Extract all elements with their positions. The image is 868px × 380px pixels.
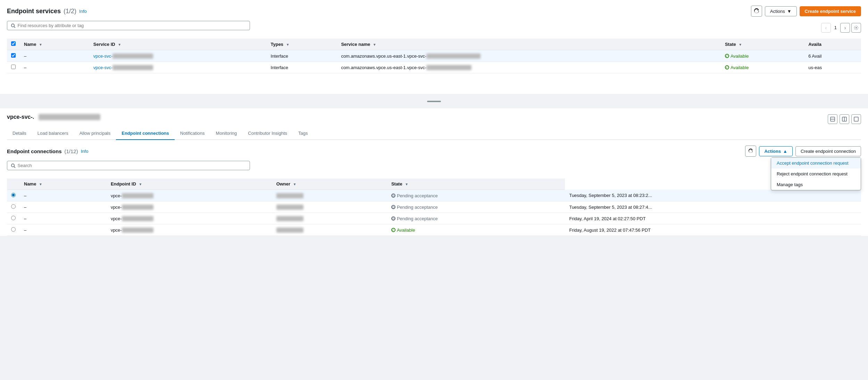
svg-rect-7: [854, 117, 858, 121]
tab-load-balancers[interactable]: Load balancers: [32, 127, 74, 140]
conn-row-state: ✓ Available: [387, 224, 565, 236]
actions-chevron-up-icon: ▲: [783, 149, 787, 154]
top-header-right: Actions ▼ Create endpoint service: [751, 6, 861, 17]
conn-name-sort-icon[interactable]: ▼: [39, 182, 42, 186]
row-avail: 6 Avail: [804, 50, 861, 62]
accept-connection-item[interactable]: Accept endpoint connection request: [771, 158, 861, 168]
row-checkbox-cell[interactable]: [7, 62, 20, 73]
status-pending: ⊙ Pending acceptance: [391, 193, 561, 198]
col-avail: Availa: [804, 39, 861, 50]
connections-title: Endpoint connections: [7, 148, 62, 154]
service-name-redacted: xxxxxxxxxxxxxxxxxxxx: [426, 65, 471, 70]
tab-details[interactable]: Details: [7, 127, 32, 140]
top-header: Endpoint services (1/2) Info Actions ▼ C…: [7, 6, 861, 17]
state-sort-icon[interactable]: ▼: [738, 43, 742, 47]
prev-page-button[interactable]: ‹: [821, 23, 831, 33]
endpoint-services-table: Name ▼ Service ID ▼ Types ▼ Service name…: [7, 39, 861, 73]
connections-search-input[interactable]: [18, 163, 246, 168]
conn-row-radio-cell[interactable]: [7, 190, 20, 201]
connections-table-row: – vpce-xxxxxxxxxxxxxx xxxxxxxxxxxx ⊙ Pen…: [7, 201, 861, 213]
actions-dropdown-menu: Accept endpoint connection request Rejec…: [771, 157, 861, 190]
row-checkbox[interactable]: [11, 53, 16, 58]
svg-point-0: [11, 24, 14, 26]
status-available: ✓ Available: [725, 53, 800, 59]
connections-refresh-button[interactable]: [745, 146, 756, 157]
conn-row-radio[interactable]: [11, 193, 16, 197]
service-id-link[interactable]: vpce-svc-xxxxxxxxxxxxxxxxxx: [93, 65, 153, 70]
create-endpoint-service-button[interactable]: Create endpoint service: [800, 6, 861, 16]
tab-tags[interactable]: Tags: [293, 127, 313, 140]
refresh-icon: [754, 8, 759, 14]
search-icon: [11, 23, 16, 28]
row-state: ✓ Available: [721, 62, 804, 73]
conn-row-state: ⊙ Pending acceptance: [387, 201, 565, 213]
conn-row-radio-cell[interactable]: [7, 213, 20, 224]
create-endpoint-connection-button[interactable]: Create endpoint connection: [795, 146, 861, 156]
connections-header-right: Actions ▲ Create endpoint connection Acc…: [745, 146, 861, 157]
service-id-link[interactable]: vpce-svc-xxxxxxxxxxxxxxxxxx: [93, 53, 153, 59]
detail-title-redacted: xxxxxxxxxxxxxxxxxxxx: [39, 114, 100, 120]
select-all-checkbox[interactable]: [11, 41, 16, 46]
panel-icon-2[interactable]: [840, 114, 849, 124]
search-input[interactable]: [18, 23, 246, 28]
conn-row-radio[interactable]: [11, 216, 16, 220]
conn-row-date: Tuesday, September 5, 2023 at 08:27:4...: [565, 201, 861, 213]
conn-state-sort-icon[interactable]: ▼: [405, 182, 408, 186]
conn-row-radio-cell[interactable]: [7, 224, 20, 236]
conn-col-endpoint-id: Endpoint ID ▼: [107, 179, 272, 190]
resize-handle-icon[interactable]: [427, 101, 441, 102]
service-id-sort-icon[interactable]: ▼: [118, 43, 121, 47]
connections-search-row: ‹ 1 ›: [7, 161, 861, 174]
tab-monitoring[interactable]: Monitoring: [210, 127, 243, 140]
panel-split-v-icon: [842, 117, 847, 122]
panel-expand-icon: [854, 117, 859, 122]
tab-allow-principals[interactable]: Allow principals: [74, 127, 116, 140]
table-settings-button[interactable]: [851, 23, 861, 33]
actions-button[interactable]: Actions ▼: [765, 6, 797, 16]
refresh-button[interactable]: [751, 6, 762, 17]
conn-endpoint-id-sort-icon[interactable]: ▼: [139, 182, 142, 186]
conn-row-radio[interactable]: [11, 227, 16, 232]
types-sort-icon[interactable]: ▼: [286, 43, 290, 47]
row-service-id: vpce-svc-xxxxxxxxxxxxxxxxxx: [89, 62, 267, 73]
service-name-sort-icon[interactable]: ▼: [373, 43, 376, 47]
row-checkbox[interactable]: [11, 65, 16, 69]
manage-tags-item[interactable]: Manage tags: [771, 179, 861, 190]
row-name: –: [20, 50, 89, 62]
row-types: Interface: [266, 62, 337, 73]
col-types: Types ▼: [266, 39, 337, 50]
tab-endpoint-connections[interactable]: Endpoint connections: [116, 127, 175, 140]
row-types: Interface: [266, 50, 337, 62]
conn-row-date: Tuesday, September 5, 2023 at 08:23:2...: [565, 190, 861, 201]
connections-actions-button[interactable]: Actions ▲: [759, 146, 793, 156]
panel-icon-3[interactable]: [851, 114, 861, 124]
refresh-icon: [748, 149, 753, 154]
name-sort-icon[interactable]: ▼: [39, 43, 42, 47]
detail-tabs: Details Load balancers Allow principals …: [7, 127, 861, 140]
connections-info-link[interactable]: Info: [81, 149, 89, 154]
panel-icon-1[interactable]: [828, 114, 837, 124]
conn-col-owner: Owner ▼: [272, 179, 387, 190]
pending-icon: ⊙: [391, 193, 395, 198]
conn-owner-sort-icon[interactable]: ▼: [293, 182, 297, 186]
connections-table: Name ▼ Endpoint ID ▼ Owner ▼ State ▼ – v…: [7, 179, 861, 236]
info-link[interactable]: Info: [79, 9, 87, 14]
next-page-button[interactable]: ›: [840, 23, 850, 33]
row-checkbox-cell[interactable]: [7, 50, 20, 62]
available-icon: ✓: [725, 65, 729, 69]
available-icon: ✓: [725, 54, 729, 58]
owner-redacted: xxxxxxxxxxxx: [276, 205, 303, 210]
select-all-header[interactable]: [7, 39, 20, 50]
conn-row-radio-cell[interactable]: [7, 201, 20, 213]
col-state: State ▼: [721, 39, 804, 50]
conn-row-state: ⊙ Pending acceptance: [387, 213, 565, 224]
conn-col-state: State ▼: [387, 179, 565, 190]
conn-row-radio[interactable]: [11, 204, 16, 209]
tab-contributor-insights[interactable]: Contributor Insights: [242, 127, 293, 140]
resize-divider[interactable]: [0, 94, 868, 108]
tab-notifications[interactable]: Notifications: [175, 127, 210, 140]
connections-section: Endpoint connections (1/12) Info Actions…: [0, 140, 868, 236]
col-service-id: Service ID ▼: [89, 39, 267, 50]
reject-connection-item[interactable]: Reject endpoint connection request: [771, 168, 861, 179]
conn-row-name: –: [20, 190, 107, 201]
